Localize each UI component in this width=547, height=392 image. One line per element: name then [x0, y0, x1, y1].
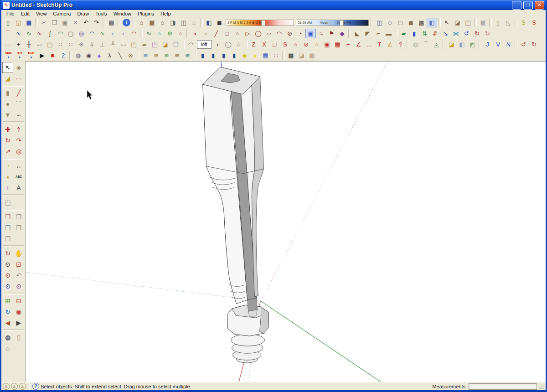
rect-frame-tool[interactable]: ▭ [118, 40, 129, 49]
make-component-tool[interactable]: ◈ [13, 62, 24, 73]
menu-camera[interactable]: Camera [50, 11, 74, 16]
pin-plane-tool[interactable]: ╨ [108, 40, 118, 49]
mask-tool[interactable]: ◍ [410, 40, 421, 49]
view-right-button[interactable]: ◨ [168, 18, 178, 27]
select-tool[interactable]: ↖ [2, 62, 13, 73]
add-scene-button[interactable]: ⊞ [2, 295, 13, 306]
leg-side-shading[interactable] [252, 77, 264, 297]
style-shaded-button[interactable]: ◼ [406, 18, 416, 27]
diamond-tool[interactable]: ◆ [337, 29, 347, 38]
zpencil-z-tool[interactable]: Z [248, 40, 259, 49]
zpencil-dots-tool[interactable]: … [364, 40, 374, 49]
sail-5-button[interactable]: ≋ [182, 51, 193, 60]
rotate-red-tool[interactable]: ↻ [472, 29, 482, 38]
green-axis-line[interactable] [261, 301, 396, 382]
protractor-tool[interactable]: ◖ [2, 171, 13, 182]
flag-tool[interactable]: ⚑ [326, 29, 337, 38]
menu-view[interactable]: View [33, 11, 50, 16]
box-open-tool[interactable]: ◰ [129, 40, 139, 49]
styles-panel-button[interactable]: ◺ [503, 18, 514, 27]
plugin-mys-button[interactable]: S [529, 18, 539, 27]
shadow-toggle-button[interactable]: ◼ [214, 18, 225, 27]
arc3-tool[interactable]: ◠ [274, 29, 284, 38]
cone-button[interactable]: ▲ [250, 51, 260, 60]
paste-button[interactable]: ▣ [60, 18, 70, 27]
circle-axis-tool[interactable]: ⊘ [284, 29, 295, 38]
rect-blue-tool[interactable]: ▣ [305, 29, 316, 38]
sphere-dark-button[interactable]: ◉ [83, 51, 94, 60]
view-left-button[interactable]: ⌂ [189, 18, 199, 27]
sphere-axis-button[interactable]: ⊗ [125, 51, 136, 60]
cube-yellow-button[interactable]: ◪ [446, 40, 457, 49]
push-pull-tool[interactable]: ⇑ [13, 124, 24, 135]
component-panel-button[interactable]: ▯ [13, 332, 24, 343]
shadow-date-slider[interactable]: J F M A M J J A S O N D [226, 20, 294, 26]
move-tool[interactable]: ✚ [2, 124, 13, 135]
cube-green-button[interactable]: ◩ [467, 40, 478, 49]
rect2-tool[interactable]: □ [222, 29, 232, 38]
drop-left-button[interactable]: ↺ [518, 40, 529, 49]
undo-button[interactable]: ↶ [81, 18, 91, 27]
cube-blue-button[interactable]: ◧ [457, 40, 467, 49]
scale-box-tool[interactable]: ▰ [398, 29, 409, 38]
3d-text-tool[interactable]: A [13, 182, 24, 193]
red-axis-dotted-line[interactable] [261, 62, 389, 301]
components-panel-button[interactable]: ▯ [493, 18, 503, 27]
green-axis-dotted-line[interactable] [27, 272, 261, 301]
bezier-edit-tool[interactable]: ∿ [24, 29, 34, 38]
follow-me-tool[interactable]: ↷ [13, 135, 24, 146]
bezier-arc-tool[interactable]: ⌒ [3, 29, 13, 38]
triangle-tool[interactable]: ▷ [243, 29, 253, 38]
zpencil-angle-tool[interactable]: ∠ [353, 40, 364, 49]
skin-tool-button[interactable]: Skin [3, 51, 14, 60]
zoom-extents-tool[interactable]: ⊙ [2, 270, 13, 281]
dome-ellipse-tool[interactable]: ◯ [223, 40, 233, 49]
base-block-side[interactable] [260, 307, 269, 333]
spline-tool[interactable]: ʃ [45, 29, 55, 38]
sail-1-button[interactable]: ≋ [140, 51, 151, 60]
wood-corner-tool[interactable]: ◣ [352, 29, 362, 38]
pointer-tool-button[interactable]: ↖ [442, 18, 452, 27]
sphere-wire-button[interactable]: ◍ [73, 51, 83, 60]
layout-button[interactable]: ▦ [478, 18, 488, 27]
zpencil-circle-tool[interactable]: ○ [290, 40, 301, 49]
sail-2-button[interactable]: ≋ [151, 51, 161, 60]
zpencil-orange-tool[interactable]: ○ [311, 40, 322, 49]
tape-measure-tool[interactable]: ◔ [2, 160, 13, 171]
zpencil-x-tool[interactable]: X [259, 40, 269, 49]
zoom-all-tool[interactable]: ⊙ [13, 281, 24, 292]
scene-transition-button[interactable]: ◍ [2, 332, 13, 343]
cut-button[interactable]: ✂ [39, 18, 49, 27]
style-monochrome-button[interactable]: ◧ [427, 18, 437, 27]
sandbox-n-button[interactable]: N [503, 40, 514, 49]
grid-dots-pink-tool[interactable]: ∷ [66, 40, 76, 49]
text-tool[interactable]: ABC [13, 171, 24, 182]
style-hidden-line-button[interactable]: ◻ [395, 18, 406, 27]
refresh-scene-button[interactable]: ↻ [2, 306, 13, 317]
panel-stripe-button[interactable]: ▮ [218, 51, 229, 60]
rotate-blue-tool[interactable]: ↺ [461, 29, 472, 38]
copy-button[interactable]: ❐ [49, 18, 60, 27]
zpencil-t-tool[interactable]: T [374, 40, 385, 49]
section-cut-button[interactable]: ❐ [13, 211, 24, 222]
face-curve-tool[interactable]: ◗ [108, 29, 118, 38]
close-button[interactable]: ✕ [535, 1, 544, 10]
arrows-downup-tool[interactable]: ⇵ [430, 29, 440, 38]
spiral-tool[interactable]: ◎ [76, 29, 87, 38]
freehand-tool[interactable]: ∽ [13, 109, 24, 120]
texture-black-button[interactable]: ▩ [286, 51, 296, 60]
style-wireframe-button[interactable]: ◇ [385, 18, 395, 27]
record-scene-button[interactable]: ◉ [13, 306, 24, 317]
bubble-tool-button[interactable]: Bub [26, 51, 37, 60]
texture-wood-button[interactable]: ▥ [307, 51, 317, 60]
ellipse-tool[interactable]: ◯ [253, 29, 263, 38]
status-badge-2[interactable]: ♙ [11, 383, 18, 390]
arch-tool[interactable]: ◠ [186, 40, 196, 49]
wood-chisel-tool[interactable]: ◤ [362, 29, 373, 38]
stop-button[interactable]: ■ [47, 51, 58, 60]
panel-tree-button[interactable]: ▮ [229, 51, 239, 60]
zoom-tool[interactable]: ⊙ [2, 259, 13, 270]
shadow-time-slider[interactable]: 05:00 AM Noon 07:30 PM [296, 20, 369, 26]
drop-right-button[interactable]: ↻ [529, 40, 539, 49]
next-scene-button[interactable]: ▶ [13, 317, 24, 328]
